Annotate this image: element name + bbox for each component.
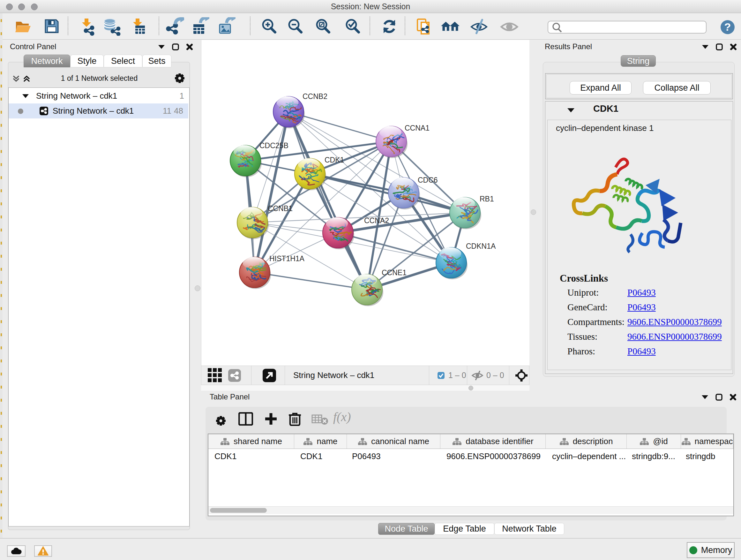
svg-text:CDK1: CDK1 [325,156,344,164]
svg-text:CDKN1A: CDKN1A [466,242,496,250]
svg-text:CDC6: CDC6 [418,176,438,184]
svg-text:?: ? [724,21,731,33]
svg-text:CCNA1: CCNA1 [405,124,429,132]
svg-text:RB1: RB1 [480,195,494,203]
svg-text:CDC25B: CDC25B [259,141,288,150]
svg-text:CCNB1: CCNB1 [268,204,293,212]
svg-text:CCNA2: CCNA2 [364,216,389,225]
svg-text:HIST1H1A: HIST1H1A [269,254,305,263]
svg-text:CCNE1: CCNE1 [382,268,407,277]
svg-text:CCNB2: CCNB2 [302,92,327,101]
